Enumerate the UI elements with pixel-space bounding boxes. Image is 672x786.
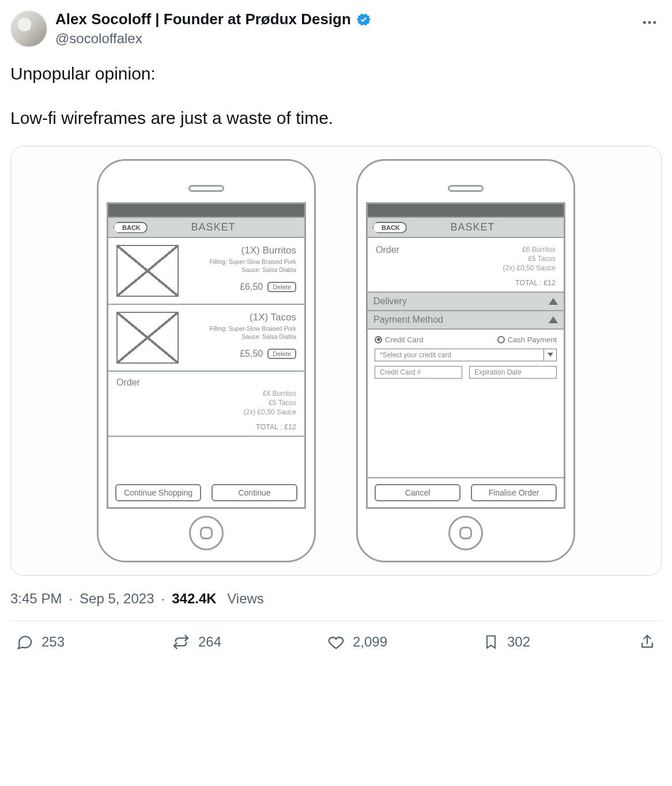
- order-line: £6 Burritos: [503, 245, 556, 254]
- image-placeholder-icon: [116, 312, 179, 364]
- tweet-header: Alex Socoloff | Founder at Prødux Design…: [10, 10, 662, 47]
- phone1-screen: BACK BASKET (1X) Burritos Filling: Super…: [107, 202, 306, 509]
- views-count[interactable]: 342.4K: [172, 591, 216, 607]
- earpiece-icon: [448, 185, 484, 192]
- credit-card-field[interactable]: Credit Card #: [375, 366, 462, 379]
- tweet-text: Unpopular opinion: Low-fi wireframes are…: [10, 62, 662, 130]
- radio-selected-icon: [375, 336, 382, 343]
- nav-bar: BACK BASKET: [108, 218, 304, 238]
- radio-cash-payment[interactable]: Cash Payment: [497, 335, 557, 344]
- order-line: £5 Tacos: [116, 398, 296, 407]
- continue-button[interactable]: Continue: [212, 484, 297, 501]
- basket-item: (1X) Burritos Filling: Super-Slow Braise…: [108, 238, 304, 305]
- image-placeholder-icon: [116, 245, 179, 297]
- radio-label: Credit Card: [385, 335, 423, 344]
- order-total: TOTAL : £12: [116, 423, 296, 431]
- more-button[interactable]: [637, 10, 662, 35]
- svg-point-2: [653, 21, 656, 24]
- order-summary: Order £6 Burritos £5 Tacos (2x) £0,50 Sa…: [108, 372, 304, 437]
- bookmark-button[interactable]: 302: [483, 634, 639, 650]
- collapse-icon: [549, 316, 558, 323]
- back-button[interactable]: BACK: [372, 222, 407, 233]
- order-line: £6 Burritos: [116, 389, 296, 398]
- retweet-count: 264: [198, 634, 221, 650]
- screen-title: BASKET: [386, 221, 559, 233]
- select-placeholder: *Select your credit card: [375, 349, 544, 361]
- status-bar: [368, 204, 564, 218]
- payment-block: Credit Card Cash Payment *Select your cr…: [368, 330, 564, 382]
- divider: [10, 621, 662, 621]
- nav-bar: BACK BASKET: [368, 218, 564, 238]
- section-title: Payment Method: [373, 315, 443, 325]
- svg-point-0: [643, 21, 646, 24]
- finalise-order-button[interactable]: Finalise Order: [471, 484, 557, 501]
- wireframe-diagram: BACK BASKET (1X) Burritos Filling: Super…: [11, 146, 661, 575]
- delivery-section-header[interactable]: Delivery: [368, 292, 564, 311]
- bookmark-count: 302: [507, 634, 530, 650]
- author-names: Alex Socoloff | Founder at Prødux Design…: [55, 10, 629, 47]
- basket-item: (1X) Tacos Filling: Super-Slow Braised P…: [108, 305, 304, 372]
- tweet-line-2: Low-fi wireframes are just a waste of ti…: [10, 107, 662, 130]
- item-price: £6,50: [240, 282, 263, 292]
- cancel-button[interactable]: Cancel: [375, 484, 460, 501]
- earpiece-icon: [188, 185, 224, 192]
- card-select[interactable]: *Select your credit card: [375, 349, 557, 361]
- delete-button[interactable]: Delete: [267, 349, 296, 359]
- radio-unselected-icon: [497, 336, 505, 343]
- collapse-icon: [549, 298, 558, 305]
- tweet: Alex Socoloff | Founder at Prødux Design…: [0, 0, 672, 668]
- chevron-down-icon: [544, 349, 557, 361]
- reply-button[interactable]: 253: [16, 633, 172, 651]
- views-label: Views: [227, 591, 264, 607]
- retweet-button[interactable]: 264: [172, 633, 327, 651]
- item-price: £5,50: [240, 349, 263, 359]
- verified-badge-icon: [356, 12, 372, 28]
- order-line: (2x) £0,50 Sauce: [503, 263, 556, 273]
- order-title: Order: [116, 377, 296, 388]
- radio-label: Cash Payment: [508, 335, 557, 344]
- delete-button[interactable]: Delete: [267, 282, 296, 292]
- continue-shopping-button[interactable]: Continue Shopping: [115, 484, 201, 501]
- tweet-date[interactable]: Sep 5, 2023: [80, 591, 154, 607]
- tweet-image[interactable]: BACK BASKET (1X) Burritos Filling: Super…: [10, 146, 662, 576]
- section-title: Delivery: [373, 296, 407, 307]
- like-count: 2,099: [353, 634, 387, 650]
- home-button-icon: [189, 516, 224, 550]
- order-total: TOTAL : £12: [376, 279, 556, 287]
- home-button-icon: [448, 516, 483, 550]
- action-bar: 253 264 2,099 302: [10, 629, 662, 651]
- svg-point-1: [648, 21, 651, 24]
- status-bar: [108, 204, 304, 218]
- reply-count: 253: [41, 634, 65, 650]
- item-desc: Filling: Super-Slow Braised Pork Sauce: …: [186, 325, 296, 341]
- radio-credit-card[interactable]: Credit Card: [375, 335, 423, 344]
- order-summary: Order £6 Burritos £5 Tacos (2x) £0,50 Sa…: [368, 238, 564, 292]
- order-line: £5 Tacos: [503, 254, 556, 263]
- share-button[interactable]: [639, 633, 656, 651]
- expiration-field[interactable]: Expiration Date: [469, 366, 557, 379]
- tweet-line-1: Unpopular opinion:: [10, 62, 662, 86]
- wireframe-phone-1: BACK BASKET (1X) Burritos Filling: Super…: [97, 159, 316, 562]
- tweet-time[interactable]: 3:45 PM: [10, 591, 62, 607]
- display-name[interactable]: Alex Socoloff | Founder at Prødux Design: [55, 10, 351, 28]
- like-button[interactable]: 2,099: [327, 633, 483, 651]
- item-desc: Filling: Super-Slow Braised Pork Sauce: …: [186, 258, 296, 274]
- order-title: Order: [376, 245, 399, 273]
- wireframe-phone-2: BACK BASKET Order £6 Burritos £5 Tacos (…: [356, 159, 575, 562]
- item-title: (1X) Tacos: [186, 312, 296, 323]
- avatar[interactable]: [10, 10, 47, 47]
- payment-section-header[interactable]: Payment Method: [368, 311, 564, 330]
- screen-title: BASKET: [127, 221, 300, 233]
- item-title: (1X) Burritos: [186, 245, 296, 256]
- handle[interactable]: @socoloffalex: [55, 31, 629, 47]
- order-line: (2x) £0,50 Sauce: [116, 407, 296, 417]
- tweet-meta: 3:45 PM Sep 5, 2023 342.4K Views: [10, 591, 662, 607]
- phone2-screen: BACK BASKET Order £6 Burritos £5 Tacos (…: [366, 202, 565, 509]
- back-button[interactable]: BACK: [113, 222, 148, 233]
